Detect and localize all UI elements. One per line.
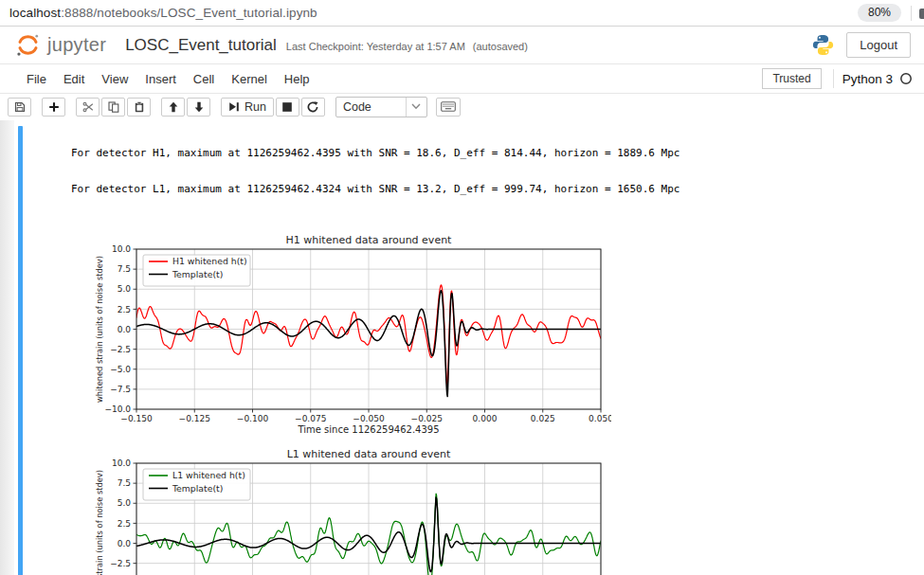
svg-text:H1 whitened data around event: H1 whitened data around event [286,234,453,246]
save-icon [14,101,26,113]
svg-text:−2.5: −2.5 [110,345,131,354]
svg-text:5.0: 5.0 [118,284,132,294]
svg-text:0.025: 0.025 [531,414,555,423]
arrow-down-icon [193,101,205,113]
menu-insert[interactable]: Insert [136,72,185,86]
svg-text:whitened strain (units of nois: whitened strain (units of noise stdev) [95,256,104,403]
h1-figure: −0.150−0.125−0.100−0.075−0.050−0.0250.00… [95,232,924,435]
plus-icon [48,101,60,113]
cell-type-select[interactable]: Code [335,97,427,117]
cell-output-line: For detector H1, maximum at 1126259462.4… [71,148,924,160]
svg-text:Time since 1126259462.4395: Time since 1126259462.4395 [297,424,439,435]
menu-help[interactable]: Help [276,72,318,86]
copy-icon [108,101,119,113]
kernel-name: Python 3 [842,72,893,86]
notebook-area: For detector H1, maximum at 1126259462.4… [0,120,924,575]
svg-text:−0.075: −0.075 [295,414,326,423]
arrow-up-icon [168,101,179,113]
svg-text:−2.5: −2.5 [110,559,131,568]
svg-text:7.5: 7.5 [118,264,131,274]
svg-text:0.0: 0.0 [118,539,132,548]
url-host: localhost [9,6,61,20]
cell-output: For detector H1, maximum at 1126259462.4… [71,124,924,219]
browser-zoom-badge[interactable]: 80% [858,4,901,22]
cell-type-value: Code [336,100,406,114]
svg-text:−0.125: −0.125 [179,414,210,423]
move-cell-up-button[interactable] [161,98,185,117]
svg-text:−0.100: −0.100 [237,414,269,423]
svg-text:10.0: 10.0 [112,458,131,468]
svg-text:2.5: 2.5 [118,519,131,529]
keyboard-icon [441,101,456,112]
run-button[interactable]: Run [221,98,274,117]
svg-text:H1 whitened h(t): H1 whitened h(t) [172,256,247,266]
l1-plot-figure: −0.150−0.125−0.100−0.075−0.050−0.0250.00… [95,446,611,575]
paste-icon [134,101,145,113]
stop-button[interactable] [276,98,299,117]
svg-text:7.5: 7.5 [118,478,131,488]
stop-icon [281,101,293,113]
cell-output-line: For detector L1, maximum at 1126259462.4… [71,184,924,196]
logout-button[interactable]: Logout [846,32,911,58]
jupyter-logo-text: jupyter [47,34,106,56]
svg-text:2.5: 2.5 [118,305,131,314]
menubar: File Edit View Insert Cell Kernel Help T… [0,64,924,94]
autosave-badge: (autosaved) [473,41,528,52]
svg-text:0.0: 0.0 [118,325,132,334]
svg-text:−10.0: −10.0 [104,404,131,414]
svg-text:−5.0: −5.0 [110,365,131,374]
cut-cells-button[interactable] [76,98,100,117]
svg-text:0.000: 0.000 [473,414,498,423]
notebook-toolbar: Run Code [0,94,924,120]
h1-plot-figure: −0.150−0.125−0.100−0.075−0.050−0.0250.00… [95,232,611,435]
svg-text:Template(t): Template(t) [172,269,223,279]
python-logo-icon [812,34,834,56]
trusted-badge[interactable]: Trusted [762,68,821,89]
svg-text:−0.025: −0.025 [411,414,443,423]
browser-extension-icon-partial[interactable] [919,9,924,19]
selected-cell-indicator[interactable] [18,126,23,575]
run-button-label: Run [245,100,266,114]
svg-text:0.050: 0.050 [589,414,611,423]
svg-text:−0.150: −0.150 [120,414,153,423]
menu-file[interactable]: File [18,72,55,86]
url-path: :8888/notebooks/LOSC_Event_tutorial.ipyn… [61,6,317,20]
l1-figure: −0.150−0.125−0.100−0.075−0.050−0.0250.00… [95,446,924,575]
menu-view[interactable]: View [93,72,136,86]
menu-kernel[interactable]: Kernel [223,72,276,86]
browser-url-bar: localhost:8888/notebooks/LOSC_Event_tuto… [0,0,924,27]
svg-text:whitened strain (units of nois: whitened strain (units of noise stdev) [95,470,104,575]
svg-text:L1 whitened h(t): L1 whitened h(t) [172,470,245,480]
menu-cell[interactable]: Cell [185,72,223,86]
save-button[interactable] [8,98,31,117]
jupyter-logo[interactable]: jupyter [15,32,106,58]
kernel-status-icon [899,72,913,85]
add-cell-button[interactable] [42,98,65,117]
checkpoint-status: Last Checkpoint: Yesterday at 1:57 AM [286,41,465,52]
restart-kernel-button[interactable] [301,98,325,117]
svg-text:−7.5: −7.5 [110,385,131,394]
move-cell-down-button[interactable] [187,98,210,117]
jupyter-header: jupyter LOSC_Event_tutorial Last Checkpo… [0,27,924,64]
chevron-down-icon [406,98,426,117]
kernel-divider [833,69,834,88]
title-group: LOSC_Event_tutorial Last Checkpoint: Yes… [106,36,528,55]
svg-text:−0.050: −0.050 [353,414,385,423]
run-step-forward-icon [228,101,240,113]
menu-edit[interactable]: Edit [55,72,93,86]
keyboard-shortcuts-button[interactable] [436,98,461,117]
restart-icon [307,101,318,113]
browser-bar-divider [911,6,912,21]
svg-text:10.0: 10.0 [112,244,131,254]
notebook-gutter [0,120,14,575]
notebook-title[interactable]: LOSC_Event_tutorial [125,36,277,55]
svg-text:Template(t): Template(t) [172,483,223,494]
paste-cells-button[interactable] [127,98,151,117]
url-text[interactable]: localhost:8888/notebooks/LOSC_Event_tuto… [9,6,317,20]
scissors-icon [82,101,94,113]
svg-text:5.0: 5.0 [118,498,132,508]
jupyter-logo-icon [15,32,41,58]
svg-text:L1 whitened data around event: L1 whitened data around event [287,448,451,460]
copy-cells-button[interactable] [101,98,125,117]
